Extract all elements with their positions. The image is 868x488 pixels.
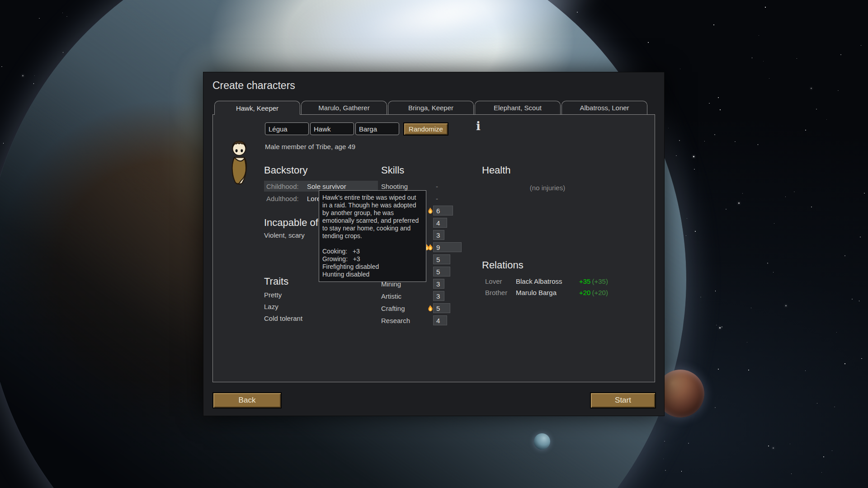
skill-value: 3 (434, 231, 440, 239)
character-summary: Male member of Tribe, age 49 (265, 143, 355, 150)
relation-change: (+35) (592, 277, 608, 285)
skill-bar: 5 (433, 303, 450, 313)
skill-bar: - (433, 193, 438, 203)
childhood-label: Childhood: (264, 183, 307, 190)
screen: Create characters Hawk, Keeper Marulo, G… (0, 0, 868, 488)
skill-value: 5 (434, 256, 440, 263)
trait-item[interactable]: Cold tolerant (264, 314, 302, 322)
tab-label: Bringa, Keeper (408, 104, 453, 112)
tab-hawk-keeper[interactable]: Hawk, Keeper (214, 101, 300, 115)
skill-value: - (433, 183, 438, 190)
incapable-items: Violent, scary (264, 231, 305, 239)
page-title: Create characters (212, 80, 295, 92)
trait-item[interactable]: Lazy (264, 303, 278, 310)
character-portrait (225, 138, 254, 185)
tab-bringa-keeper[interactable]: Bringa, Keeper (388, 101, 474, 114)
create-characters-dialog: Create characters Hawk, Keeper Marulo, G… (203, 72, 665, 416)
skill-value: 3 (434, 280, 440, 288)
skill-bar: 4 (433, 315, 447, 325)
tab-label: Elephant, Scout (494, 104, 542, 112)
backstory-heading: Backstory (264, 164, 308, 176)
skill-bar: 5 (433, 267, 450, 277)
skill-label: Crafting (381, 305, 421, 312)
health-heading: Health (482, 164, 511, 176)
start-button[interactable]: Start (590, 392, 656, 408)
planet-small-blue (534, 433, 550, 450)
last-name-input[interactable] (355, 122, 399, 135)
back-button[interactable]: Back (212, 392, 282, 408)
skill-value: 9 (434, 244, 440, 251)
relation-value: +35 (579, 277, 590, 285)
relation-kind: Lover (482, 277, 516, 285)
childhood-value: Sole survivor (307, 183, 346, 190)
skill-value: 6 (434, 207, 440, 215)
skill-value: 4 (434, 317, 440, 324)
skill-bar: - (433, 181, 438, 191)
relations-heading: Relations (482, 259, 524, 271)
skill-bar: 4 (433, 218, 447, 228)
skill-bar: 3 (433, 291, 444, 301)
tab-label: Albatross, Loner (580, 104, 629, 112)
relation-kind: Brother (482, 289, 516, 296)
tab-label: Marulo, Gatherer (318, 104, 369, 112)
skill-row[interactable]: Research4 (381, 315, 580, 326)
skill-label: Shooting (381, 183, 421, 190)
info-icon[interactable]: i (476, 120, 481, 132)
character-panel: Randomize i Male member of Tribe, age 49… (212, 114, 655, 382)
relation-name: Marulo Barga (516, 289, 579, 296)
tab-marulo-gatherer[interactable]: Marulo, Gatherer (301, 101, 387, 114)
tab-elephant-scout[interactable]: Elephant, Scout (475, 101, 561, 114)
skill-label: Research (381, 317, 421, 324)
tab-albatross-loner[interactable]: Albatross, Loner (561, 101, 647, 114)
skills-heading: Skills (381, 164, 404, 176)
tab-label: Hawk, Keeper (236, 104, 278, 112)
skill-bar: 9 (433, 242, 462, 252)
skill-value: 5 (434, 268, 440, 276)
randomize-button[interactable]: Randomize (403, 122, 448, 136)
passion-flame-icon (421, 305, 433, 311)
relation-name: Black Albatross (516, 277, 579, 285)
relation-change: (+20) (592, 289, 608, 296)
relation-value: +20 (579, 289, 590, 296)
skill-label: Artistic (381, 292, 421, 300)
backstory-tooltip: Hawk's entire tribe was wiped out in a r… (319, 190, 426, 282)
skill-value: 5 (434, 305, 440, 312)
skill-bar: 3 (433, 279, 444, 289)
skill-bar: 5 (433, 254, 450, 264)
skill-value: 3 (434, 292, 440, 300)
skill-value: - (433, 195, 438, 202)
skill-bar: 6 (433, 206, 453, 216)
skill-bar: 3 (433, 230, 444, 240)
health-status: (no injuries) (482, 184, 613, 192)
skill-value: 4 (434, 219, 440, 227)
first-name-input[interactable] (265, 122, 309, 135)
nickname-input[interactable] (310, 122, 354, 135)
skill-row[interactable]: Crafting5 (381, 303, 580, 314)
trait-item[interactable]: Pretty (264, 291, 282, 299)
incapable-heading: Incapable of (264, 217, 318, 229)
relation-row[interactable]: Lover Black Albatross +35 (+35) (482, 276, 645, 286)
adulthood-label: Adulthood: (264, 195, 307, 202)
traits-heading: Traits (264, 276, 288, 287)
relation-row[interactable]: Brother Marulo Barga +20 (+20) (482, 287, 645, 298)
